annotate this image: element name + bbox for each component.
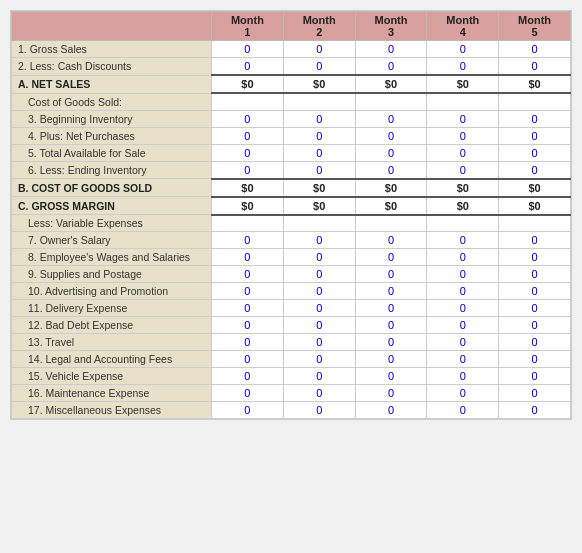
data-cell: $0 (499, 179, 571, 197)
data-cell: 0 (355, 58, 427, 76)
data-cell: 0 (355, 402, 427, 419)
data-cell: 0 (355, 300, 427, 317)
data-cell: 0 (212, 385, 284, 402)
row-label: 6. Less: Ending Inventory (12, 161, 212, 179)
table-row: 16. Maintenance Expense00000 (12, 385, 571, 402)
data-cell: 0 (355, 368, 427, 385)
data-cell: 0 (499, 41, 571, 58)
data-cell (427, 93, 499, 110)
data-cell: 0 (212, 249, 284, 266)
data-cell: 0 (427, 368, 499, 385)
table-row: 2. Less: Cash Discounts00000 (12, 58, 571, 76)
data-cell: 0 (212, 144, 284, 161)
data-cell: 0 (283, 58, 355, 76)
data-cell: 0 (499, 266, 571, 283)
data-cell: 0 (355, 249, 427, 266)
data-cell (355, 93, 427, 110)
data-cell (283, 215, 355, 232)
data-cell: 0 (283, 385, 355, 402)
data-cell: 0 (283, 110, 355, 127)
data-cell: $0 (427, 179, 499, 197)
table-row: 14. Legal and Accounting Fees00000 (12, 351, 571, 368)
data-cell: 0 (283, 144, 355, 161)
data-cell: 0 (212, 232, 284, 249)
data-cell: 0 (499, 368, 571, 385)
data-cell (283, 93, 355, 110)
data-cell: $0 (283, 75, 355, 93)
header-month-sub: 2 (316, 26, 322, 38)
header-month-sub: 3 (388, 26, 394, 38)
data-cell: 0 (499, 385, 571, 402)
data-cell: 0 (499, 300, 571, 317)
data-cell: 0 (427, 300, 499, 317)
data-cell: 0 (355, 127, 427, 144)
data-cell: 0 (212, 317, 284, 334)
data-cell: 0 (499, 317, 571, 334)
data-cell: 0 (212, 402, 284, 419)
data-cell: $0 (427, 197, 499, 215)
row-label: 12. Bad Debt Expense (12, 317, 212, 334)
header-month-1: Month1 (212, 12, 284, 41)
row-label: 16. Maintenance Expense (12, 385, 212, 402)
data-cell: 0 (283, 161, 355, 179)
data-cell: 0 (355, 144, 427, 161)
data-cell: 0 (212, 283, 284, 300)
data-cell: 0 (212, 41, 284, 58)
row-label: 2. Less: Cash Discounts (12, 58, 212, 76)
row-label: 7. Owner's Salary (12, 232, 212, 249)
data-cell: 0 (355, 351, 427, 368)
data-cell: 0 (283, 300, 355, 317)
data-cell: 0 (427, 317, 499, 334)
data-cell: $0 (355, 179, 427, 197)
row-label: 5. Total Available for Sale (12, 144, 212, 161)
table-row: 4. Plus: Net Purchases00000 (12, 127, 571, 144)
data-cell: 0 (212, 110, 284, 127)
data-cell: 0 (212, 368, 284, 385)
data-cell (212, 93, 284, 110)
data-cell: 0 (355, 283, 427, 300)
table-row: Less: Variable Expenses (12, 215, 571, 232)
data-cell: 0 (283, 317, 355, 334)
data-cell: 0 (499, 110, 571, 127)
header-month-label: Month (518, 14, 551, 26)
data-cell: $0 (283, 197, 355, 215)
row-label: 8. Employee's Wages and Salaries (12, 249, 212, 266)
table-row: 7. Owner's Salary00000 (12, 232, 571, 249)
data-cell: 0 (212, 58, 284, 76)
table-row: 17. Miscellaneous Expenses00000 (12, 402, 571, 419)
data-cell: 0 (355, 161, 427, 179)
row-label: C. GROSS MARGIN (12, 197, 212, 215)
data-cell: 0 (427, 58, 499, 76)
data-cell: $0 (283, 179, 355, 197)
data-cell (499, 215, 571, 232)
data-cell: 0 (212, 161, 284, 179)
data-cell: 0 (355, 334, 427, 351)
data-cell: 0 (427, 41, 499, 58)
header-month-label: Month (446, 14, 479, 26)
data-cell: $0 (355, 75, 427, 93)
data-cell: 0 (283, 334, 355, 351)
data-cell: 0 (427, 232, 499, 249)
row-label: B. COST OF GOODS SOLD (12, 179, 212, 197)
data-cell: 0 (283, 232, 355, 249)
table-row: 3. Beginning Inventory00000 (12, 110, 571, 127)
data-cell: 0 (212, 266, 284, 283)
data-cell: 0 (499, 351, 571, 368)
row-label: 10. Advertising and Promotion (12, 283, 212, 300)
data-cell (355, 215, 427, 232)
row-label: Less: Variable Expenses (12, 215, 212, 232)
table-row: 15. Vehicle Expense00000 (12, 368, 571, 385)
data-cell: 0 (283, 249, 355, 266)
data-cell: 0 (427, 351, 499, 368)
data-cell: 0 (427, 110, 499, 127)
data-cell (427, 215, 499, 232)
data-cell: 0 (283, 351, 355, 368)
data-cell: 0 (427, 402, 499, 419)
table-row: 10. Advertising and Promotion00000 (12, 283, 571, 300)
data-cell: 0 (499, 232, 571, 249)
data-cell: 0 (499, 127, 571, 144)
header-month-label: Month (375, 14, 408, 26)
row-label: 13. Travel (12, 334, 212, 351)
row-label: 17. Miscellaneous Expenses (12, 402, 212, 419)
data-cell: 0 (283, 283, 355, 300)
